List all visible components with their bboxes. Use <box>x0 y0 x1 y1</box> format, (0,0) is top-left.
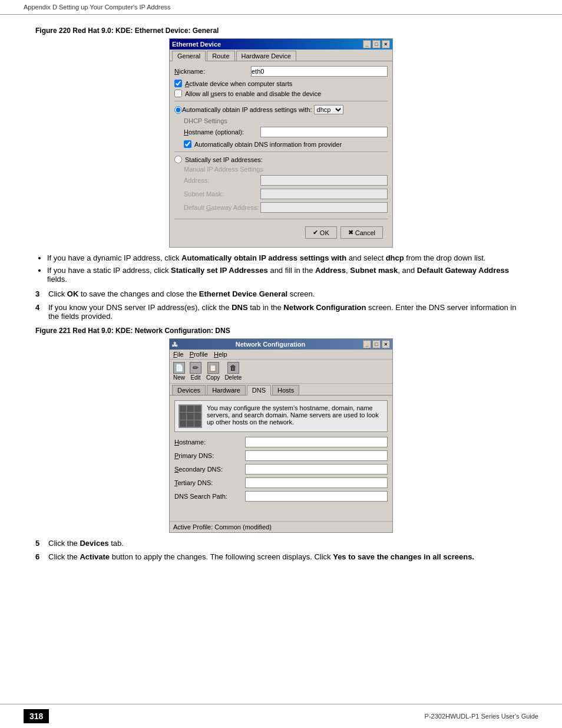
tertiary-dns-row: Tertiary DNS: <box>174 477 388 488</box>
cancel-button[interactable]: ✖ Cancel <box>340 226 383 239</box>
figure220-caption: Figure 220 Red Hat 9.0: KDE: Ethernet De… <box>35 27 527 35</box>
dialog-body: Nickname: Activate device when computer … <box>170 61 392 247</box>
page-number: 318 <box>24 709 49 723</box>
subnet-label: Subnet Mask: <box>184 190 260 197</box>
new-icon: 📄 <box>173 362 185 374</box>
address-input[interactable] <box>260 175 388 186</box>
step-3: 3 Click OK to save the changes and close… <box>35 289 527 298</box>
secondary-dns-input[interactable] <box>245 464 388 475</box>
dns-search-label: DNS Search Path: <box>174 493 245 500</box>
header-bar: Appendix D Setting up Your Computer's IP… <box>0 0 562 15</box>
cancel-label: Cancel <box>355 229 375 236</box>
breadcrumb: Appendix D Setting up Your Computer's IP… <box>24 4 171 11</box>
allow-users-checkbox[interactable] <box>174 90 182 97</box>
tab-hardware[interactable]: Hardware <box>207 385 246 395</box>
hostname-input[interactable] <box>260 127 388 137</box>
toolbar-delete[interactable]: 🗑 Delete <box>224 362 242 381</box>
step-5-num: 5 <box>35 539 48 548</box>
minimize-button[interactable]: _ <box>363 40 371 48</box>
dialog-titlebar: Ethernet Device _ □ × <box>170 39 392 50</box>
net-dialog-title: Network Configuration <box>236 341 306 348</box>
dns-search-input[interactable] <box>245 491 388 502</box>
figure221-caption: Figure 221 Red Hat 9.0: KDE: Network Con… <box>35 327 527 335</box>
edit-label: Edit <box>190 374 200 381</box>
primary-dns-input[interactable] <box>245 450 388 461</box>
net-menubar: File Profile Help <box>170 350 392 360</box>
footer-title: P-2302HWUDL-P1 Series User's Guide <box>425 713 538 720</box>
nickname-input[interactable] <box>251 66 388 77</box>
net-hostname-label: Hostname: <box>174 439 245 446</box>
net-close-button[interactable]: × <box>382 340 390 348</box>
net-titlebar-buttons: _ □ × <box>363 340 390 348</box>
close-button[interactable]: × <box>382 40 390 48</box>
hostname-row: Hostname (optional): <box>184 127 388 137</box>
subnet-input[interactable] <box>260 189 388 199</box>
net-body: You may configure the system's hostname,… <box>170 396 392 521</box>
net-dialog-icon: 🖧 <box>172 341 178 348</box>
dhcp-settings-label: DHCP Settings <box>184 117 388 124</box>
allow-users-row: Allow all users to enable and disable th… <box>174 90 388 97</box>
gateway-input[interactable] <box>260 202 388 213</box>
subnet-row: Subnet Mask: <box>184 189 388 199</box>
net-tabs: Devices Hardware DNS Hosts <box>170 384 392 396</box>
copy-icon: 📋 <box>207 362 219 374</box>
delete-icon: 🗑 <box>227 362 239 374</box>
toolbar-edit[interactable]: ✏ Edit <box>190 362 201 381</box>
info-text: You may configure the system's hostname,… <box>207 404 384 428</box>
net-hostname-input[interactable] <box>245 437 388 447</box>
main-content: Figure 220 Red Hat 9.0: KDE: Ethernet De… <box>0 15 562 578</box>
auto-dns-row: Automatically obtain DNS information fro… <box>184 140 388 148</box>
step-4-text: If you know your DNS server IP address(e… <box>48 303 527 321</box>
ok-button[interactable]: ✔ OK <box>305 226 337 239</box>
tab-hardware-device[interactable]: Hardware Device <box>236 51 296 61</box>
tab-dns[interactable]: DNS <box>247 385 271 396</box>
bullet-list: If you have a dynamic IP address, click … <box>47 253 527 284</box>
primary-dns-row: Primary DNS: <box>174 450 388 461</box>
primary-dns-label: Primary DNS: <box>174 452 245 459</box>
toolbar-new[interactable]: 📄 New <box>173 362 185 381</box>
numbered-list-2: 5 Click the Devices tab. 6 Click the Act… <box>35 539 527 561</box>
allow-users-label: Allow all users to enable and disable th… <box>185 90 321 97</box>
menu-help[interactable]: Help <box>214 351 227 358</box>
hostname-label: Hostname (optional): <box>184 129 260 136</box>
activate-device-label: Activate device when computer starts <box>185 80 292 87</box>
tab-hosts[interactable]: Hosts <box>272 385 299 395</box>
dialog-title: Ethernet Device <box>172 41 221 48</box>
delete-label: Delete <box>224 374 242 381</box>
net-titlebar: 🖧 Network Configuration _ □ × <box>170 339 392 350</box>
bullet-item-1: If you have a dynamic IP address, click … <box>47 253 527 262</box>
new-label: New <box>173 374 185 381</box>
net-toolbar: 📄 New ✏ Edit 📋 Copy 🗑 Delete <box>170 360 392 384</box>
dhcp-select[interactable]: dhcp <box>314 105 343 114</box>
step-4: 4 If you know your DNS server IP address… <box>35 303 527 321</box>
static-ip-label: Statically set IP addresses: <box>185 156 263 163</box>
menu-file[interactable]: File <box>173 351 184 358</box>
net-minimize-button[interactable]: _ <box>363 340 371 348</box>
tab-general[interactable]: General <box>172 51 206 61</box>
step-5: 5 Click the Devices tab. <box>35 539 527 548</box>
auto-dns-checkbox[interactable] <box>184 140 191 148</box>
step-6-num: 6 <box>35 552 48 561</box>
step-5-text: Click the Devices tab. <box>48 539 527 548</box>
auto-obtain-radio[interactable] <box>174 106 182 114</box>
maximize-button[interactable]: □ <box>372 40 381 48</box>
info-box: You may configure the system's hostname,… <box>174 400 388 432</box>
cancel-icon: ✖ <box>348 229 353 236</box>
manual-settings-label: Manual IP Address Settings <box>184 166 388 173</box>
static-ip-radio[interactable] <box>174 156 182 163</box>
menu-profile[interactable]: Profile <box>190 351 208 358</box>
tab-route[interactable]: Route <box>207 51 234 61</box>
secondary-dns-label: Secondary DNS: <box>174 466 245 473</box>
dialog-buttons: ✔ OK ✖ Cancel <box>174 223 388 242</box>
activate-device-checkbox[interactable] <box>174 80 182 87</box>
gateway-label: Default Gateway Address: <box>184 204 260 211</box>
tab-devices[interactable]: Devices <box>172 385 206 395</box>
auto-obtain-label: Automatically obtain IP address settings… <box>182 106 312 113</box>
net-maximize-button[interactable]: □ <box>372 340 381 348</box>
tertiary-dns-input[interactable] <box>245 477 388 488</box>
nickname-label: Nickname: <box>174 68 251 75</box>
step-4-num: 4 <box>35 303 48 321</box>
toolbar-copy[interactable]: 📋 Copy <box>206 362 220 381</box>
network-config-dialog: 🖧 Network Configuration _ □ × File Profi… <box>169 338 393 533</box>
footer-bar: 318 P-2302HWUDL-P1 Series User's Guide <box>0 704 562 728</box>
